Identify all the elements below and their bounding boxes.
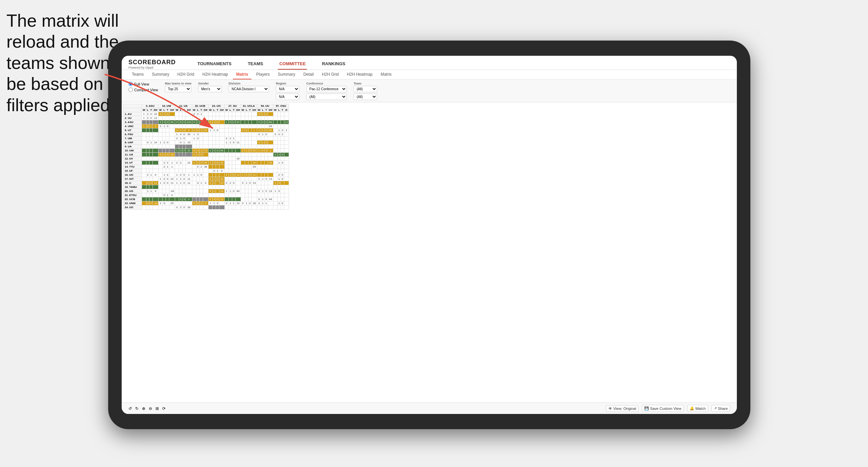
matrix-cell bbox=[158, 157, 163, 161]
matrix-cell bbox=[248, 185, 252, 189]
zoom-in-icon[interactable]: ⊕ bbox=[142, 406, 145, 411]
team-select[interactable]: (All) bbox=[354, 86, 377, 92]
matrix-cell bbox=[216, 165, 219, 169]
matrix-cell bbox=[142, 161, 146, 165]
row-label: 12. UV bbox=[123, 157, 142, 161]
matrix-cell bbox=[232, 169, 236, 173]
matrix-cell: 0 bbox=[273, 132, 278, 137]
matrix-cell bbox=[257, 169, 261, 173]
matrix-cell bbox=[213, 185, 216, 189]
matrix-cell bbox=[166, 201, 169, 205]
matrix-cell bbox=[179, 153, 183, 157]
undo-icon[interactable]: ↺ bbox=[128, 406, 132, 411]
sub-nav-matrix2[interactable]: Matrix bbox=[377, 70, 395, 79]
sub-nav-summary2[interactable]: Summary bbox=[274, 70, 298, 79]
matrix-cell bbox=[281, 149, 284, 153]
redo-icon[interactable]: ↻ bbox=[135, 406, 139, 411]
matrix-cell bbox=[284, 189, 289, 193]
matrix-cell: 0 bbox=[224, 181, 229, 185]
matrix-cell: 0 bbox=[265, 197, 268, 201]
matrix-cell bbox=[208, 193, 213, 197]
matrix-cell bbox=[265, 193, 268, 197]
matrix-cell bbox=[166, 157, 169, 161]
matrix-cell bbox=[224, 153, 229, 157]
sub-nav-h2h-grid2[interactable]: H2H Grid bbox=[318, 70, 342, 79]
matrix-cell: 2 bbox=[278, 173, 281, 177]
matrix-cell: 1 bbox=[169, 165, 175, 169]
matrix-cell bbox=[142, 153, 146, 157]
matrix-cell bbox=[273, 128, 278, 132]
save-icon: 💾 bbox=[644, 406, 649, 411]
matrix-cell bbox=[268, 173, 273, 177]
fit-icon[interactable]: ⊞ bbox=[155, 406, 159, 411]
matrix-cell bbox=[183, 193, 186, 197]
conference-select2[interactable]: (All) bbox=[306, 94, 347, 100]
matrix-cell bbox=[273, 169, 278, 173]
sub-nav-detail[interactable]: Detail bbox=[300, 70, 317, 79]
matrix-cell: 0 bbox=[278, 189, 281, 193]
matrix-cell: 0 bbox=[281, 201, 284, 205]
matrix-cell bbox=[268, 169, 273, 173]
region-select[interactable]: N/A bbox=[276, 86, 299, 92]
matrix-cell bbox=[169, 205, 175, 210]
matrix-cell bbox=[232, 185, 236, 189]
matrix-cell: 1 bbox=[213, 189, 216, 193]
matrix-cell: 2 bbox=[179, 173, 183, 177]
matrix-cell bbox=[232, 165, 236, 169]
zoom-out-icon[interactable]: ⊖ bbox=[149, 406, 152, 411]
matrix-cell bbox=[158, 197, 163, 201]
sub-nav-h2h-heatmap2[interactable]: H2H Heatmap bbox=[343, 70, 376, 79]
matrix-cell: 6 bbox=[216, 161, 219, 165]
matrix-cell: 1 bbox=[213, 181, 216, 185]
matrix-cell: 22 bbox=[186, 161, 192, 165]
matrix-cell: 0 bbox=[265, 128, 268, 132]
sub-nav-players[interactable]: Players bbox=[253, 70, 273, 79]
matrix-cell: 1 bbox=[166, 165, 169, 169]
matrix-cell bbox=[235, 153, 241, 157]
matrix-cell bbox=[265, 124, 268, 128]
matrix-cell bbox=[273, 177, 278, 181]
matrix-cell: 2 bbox=[146, 181, 149, 185]
matrix-cell: 0 bbox=[241, 201, 245, 205]
matrix-cell bbox=[278, 116, 281, 120]
matrix-cell: 1 bbox=[224, 189, 229, 193]
reset-icon[interactable]: ⟳ bbox=[162, 406, 166, 411]
matrix-cell: 18 bbox=[251, 201, 257, 205]
view-original-button[interactable]: 👁 View: Original bbox=[606, 405, 638, 412]
matrix-cell: 1 bbox=[257, 149, 261, 153]
matrix-cell bbox=[219, 201, 224, 205]
matrix-cell: 2 bbox=[179, 205, 183, 210]
watch-button[interactable]: 🔔 Watch bbox=[687, 405, 708, 412]
matrix-cell bbox=[153, 165, 159, 169]
matrix-cell bbox=[261, 193, 265, 197]
matrix-cell: 0 bbox=[257, 189, 261, 193]
matrix-cell: 1 bbox=[273, 189, 278, 193]
col-header-uu: 54. UU bbox=[257, 104, 273, 108]
conference-select[interactable]: Pac-12 Conference bbox=[306, 86, 347, 92]
matrix-cell bbox=[273, 116, 278, 120]
region-select2[interactable]: N/A bbox=[276, 94, 299, 100]
matrix-cell bbox=[158, 161, 163, 165]
matrix-cell: 1 bbox=[213, 177, 216, 181]
team-select2[interactable]: (All) bbox=[354, 94, 377, 100]
matrix-cell: 0 bbox=[163, 181, 166, 185]
share-button[interactable]: ↗ Share bbox=[712, 405, 730, 412]
matrix-cell: 1 bbox=[163, 173, 166, 177]
matrix-cell: 0 bbox=[163, 201, 166, 205]
matrix-cell bbox=[278, 193, 281, 197]
matrix-cell bbox=[166, 169, 169, 173]
matrix-cell bbox=[281, 205, 284, 210]
matrix-cell bbox=[251, 189, 257, 193]
matrix-cell bbox=[175, 189, 179, 193]
matrix-cell: 10 bbox=[219, 177, 224, 181]
matrix-cell bbox=[203, 185, 208, 189]
matrix-cell: 0 bbox=[153, 189, 159, 193]
nav-committee[interactable]: COMMITTEE bbox=[278, 58, 307, 70]
matrix-cell bbox=[257, 153, 261, 157]
matrix-cell: 1 bbox=[166, 193, 169, 197]
matrix-cell: 2 bbox=[163, 161, 166, 165]
matrix-cell bbox=[268, 132, 273, 137]
nav-rankings[interactable]: RANKINGS bbox=[320, 58, 346, 70]
save-custom-button[interactable]: 💾 Save Custom View bbox=[642, 405, 684, 412]
matrix-cell bbox=[245, 189, 248, 193]
